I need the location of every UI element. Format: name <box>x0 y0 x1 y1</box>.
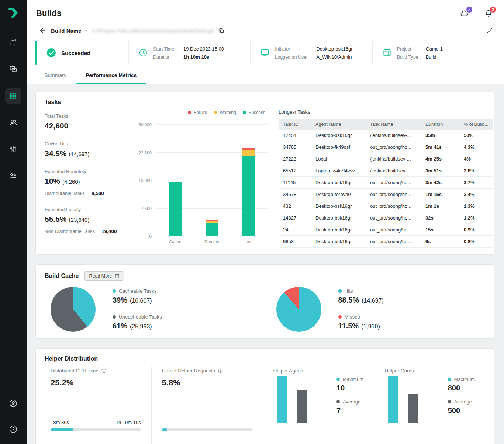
legend-label: Misses <box>345 314 360 320</box>
legend-value: 500 <box>448 406 475 415</box>
column-header[interactable]: Task ID <box>279 119 311 130</box>
helper-cores-chart <box>384 376 434 423</box>
table-row[interactable]: 11145Desktop-bsk16grout_prd/soong/ho...3… <box>279 177 493 189</box>
table-cell: Desktop-bsk16gr <box>311 200 366 212</box>
table-cell: Desktop-bsk16gr <box>311 212 366 224</box>
table-row[interactable]: 34678Desktop-terbvh0out_prd/soong/ho...1… <box>279 189 493 200</box>
agents-monitor-icon <box>9 65 17 73</box>
notification-badge: 2 <box>490 7 496 13</box>
helper-cores: Helper Cores Maximum 800 <box>374 367 485 444</box>
sidebar-item-agents[interactable] <box>5 61 21 78</box>
notifications-button[interactable]: 2 <box>484 9 493 18</box>
legend-label: Hits <box>345 288 353 294</box>
read-more-label: Read More <box>89 273 112 279</box>
sidebar-item-analytics[interactable] <box>5 35 21 51</box>
stat-value: 34.5%(14,697) <box>45 149 133 158</box>
copy-button[interactable] <box>218 27 225 34</box>
legend-value: 800 <box>448 384 475 392</box>
legend-average: Average 500 <box>448 399 475 415</box>
sidebar-item-settings[interactable] <box>5 141 21 157</box>
table-cell: out_prd/soong/ho... <box>366 224 421 236</box>
table-cell: 50% <box>459 130 493 141</box>
average-bar <box>408 394 418 423</box>
bar-remote <box>193 125 230 236</box>
tasks-card: Tasks Total Tasks42,600Cache Hits34.5%(1… <box>35 92 494 255</box>
table-cell: Desktop-bsk16gr <box>311 236 366 248</box>
legend-dot <box>448 378 451 381</box>
sidebar-item-help[interactable] <box>5 421 21 437</box>
legend-count: (25,993) <box>130 323 152 330</box>
table-row[interactable]: 34765Desktop-fk49osfout_prd/soong/ho...5… <box>279 141 493 153</box>
helper-agents-chart <box>273 376 323 423</box>
stat-group: Total Tasks42,600 <box>45 109 133 136</box>
info-icon[interactable] <box>218 368 223 374</box>
metric-label: Distributed CPU Time <box>51 368 99 374</box>
table-cell: 5m 41s <box>421 141 459 153</box>
top-bar: Builds ✓ 2 <box>27 0 504 23</box>
legend-maximum: Maximum 10 <box>336 376 363 392</box>
app: Builds ✓ 2 Build Name • C:\Program Files… <box>0 0 504 444</box>
field-label: Start Time <box>153 47 183 52</box>
column-header[interactable]: % of Build... <box>459 119 493 130</box>
legend-dot <box>336 400 340 403</box>
legend-uncacheable: Uncacheable Tasks 61%(25,993) <box>113 314 162 330</box>
users-icon <box>9 118 17 127</box>
legend-value: 10 <box>336 384 363 392</box>
field-label: Logged on User <box>275 55 316 60</box>
table-cell: 1.2% <box>459 212 493 224</box>
table-cell: 34765 <box>279 141 311 153</box>
tab-summary[interactable]: Summary <box>35 69 76 84</box>
legend-swatch <box>188 111 191 114</box>
stat-label: Cache Hits <box>45 141 133 147</box>
legend-label: Average <box>343 399 360 405</box>
legend-cacheable: Cacheable Tasks 39%(16,607) <box>113 288 162 304</box>
sidebar-item-profile[interactable] <box>5 395 21 412</box>
tab-performance-metrics[interactable]: Performance Metrics <box>76 69 146 84</box>
legend-item-success: Success <box>243 110 265 115</box>
y-axis: 07,50015,00022,50030,000 <box>138 125 157 236</box>
collapse-button[interactable] <box>486 27 493 34</box>
column-header[interactable]: Agent Name <box>311 119 366 130</box>
copy-icon <box>218 27 225 34</box>
info-icon[interactable] <box>101 368 107 374</box>
legend-percent: 61% <box>113 322 127 330</box>
sidebar-item-users[interactable] <box>5 114 21 131</box>
helper-agents: Helper Agents Maximum 10 <box>263 367 374 444</box>
maximum-bar <box>277 376 287 423</box>
cloud-status-button[interactable]: ✓ <box>459 9 469 18</box>
breadcrumb: Build Name • C:\Program Files (x86)\Jenk… <box>27 23 504 38</box>
column-header[interactable]: Duration <box>421 119 459 130</box>
table-row[interactable]: 27223Local/jenkins/buildsev-...4m 25s4% <box>279 153 493 165</box>
table-row[interactable]: 12454Desktop-bsk16gr/jenkins/buildsev-..… <box>279 130 493 141</box>
table-row[interactable]: 65512Laptop-sv4r7f4vsv.../jenkins/builds… <box>279 165 493 177</box>
content-area: Tasks Total Tasks42,600Cache Hits34.5%(1… <box>27 84 504 444</box>
build-status-bar: Succeeded Start Time19 Dec 2023 15:00 Du… <box>35 41 494 65</box>
sidebar-nav <box>5 35 21 184</box>
column-header[interactable]: Task Name <box>366 119 421 130</box>
table-cell: 65512 <box>279 165 311 177</box>
stat-label: Executed Locally <box>45 207 133 212</box>
tasks-chart: FailureWarningSuccess 07,50015,00022,500… <box>137 109 268 248</box>
legend-dot <box>338 289 342 293</box>
bar-local <box>230 125 267 236</box>
success-check-icon <box>46 48 56 58</box>
table-cell: out_prd/soong/ho... <box>366 189 421 200</box>
legend-misses: Misses 11.5%(1,910) <box>338 314 384 330</box>
monitor-icon <box>260 48 270 58</box>
stat-subrow: Non Distributable Tasks19,400 <box>45 228 133 234</box>
sidebar <box>0 0 27 444</box>
builds-grid-icon <box>9 92 17 100</box>
table-row[interactable]: 24Desktop-bsk16grout_prd/soong/ho...15s0… <box>279 224 493 236</box>
legend-count: (1,910) <box>361 323 380 330</box>
table-cell: 35m <box>421 130 459 141</box>
x-label: Local <box>230 240 267 244</box>
table-row[interactable]: 432Desktop-bsk16grout_prd/soong/ho...1m … <box>279 200 493 212</box>
table-row[interactable]: 9653Desktop-bsk16grout_prd/soong/ho...9s… <box>279 236 493 248</box>
back-button[interactable] <box>39 27 46 34</box>
table-row[interactable]: 14327Desktop-bsk16grout_prd/soong/ho...3… <box>279 212 493 224</box>
sidebar-item-license[interactable] <box>5 168 21 184</box>
app-logo[interactable] <box>6 6 20 20</box>
read-more-button[interactable]: Read More <box>84 271 124 281</box>
analytics-icon <box>9 39 17 47</box>
sidebar-item-builds[interactable] <box>5 88 21 104</box>
